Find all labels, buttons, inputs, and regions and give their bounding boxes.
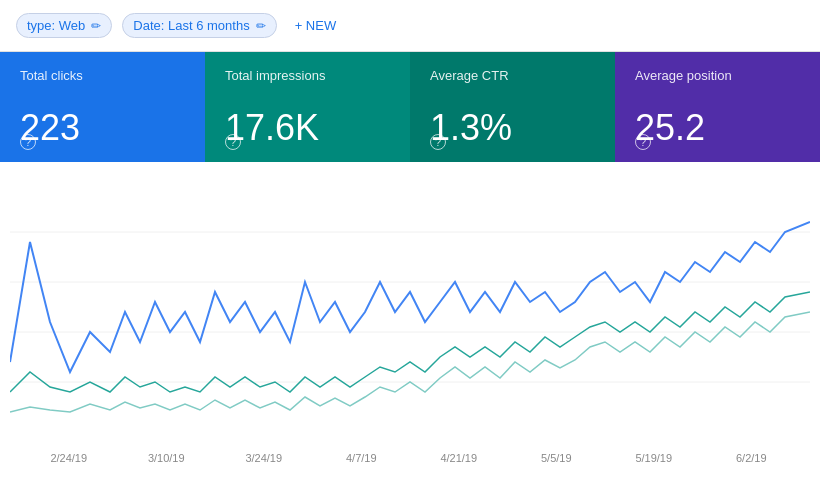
line-chart [10, 182, 810, 442]
x-axis-labels: 2/24/19 3/10/19 3/24/19 4/7/19 4/21/19 5… [10, 446, 810, 464]
clicks-help-icon[interactable]: ? [20, 134, 36, 150]
metric-position[interactable]: Average position 25.2 ? [615, 52, 820, 162]
metric-impressions[interactable]: Total impressions 17.6K ? [205, 52, 410, 162]
ctr-label: Average CTR [430, 68, 595, 83]
impressions-label: Total impressions [225, 68, 390, 83]
x-label-5: 4/21/19 [410, 452, 508, 464]
clicks-line [10, 222, 810, 372]
edit-icon: ✏ [91, 19, 101, 33]
date-filter-label: Date: Last 6 months [133, 18, 249, 33]
position-help-icon[interactable]: ? [635, 134, 651, 150]
type-filter-chip[interactable]: type: Web ✏ [16, 13, 112, 38]
top-bar: type: Web ✏ Date: Last 6 months ✏ + NEW [0, 0, 820, 52]
metrics-row: Total clicks 223 ? Total impressions 17.… [0, 52, 820, 162]
new-button-label: + NEW [295, 18, 337, 33]
x-label-6: 5/5/19 [508, 452, 606, 464]
date-filter-chip[interactable]: Date: Last 6 months ✏ [122, 13, 276, 38]
ctr-help-icon[interactable]: ? [430, 134, 446, 150]
ctr-value: 1.3% [430, 110, 595, 146]
x-label-3: 3/24/19 [215, 452, 313, 464]
x-label-4: 4/7/19 [313, 452, 411, 464]
x-label-8: 6/2/19 [703, 452, 801, 464]
metric-clicks[interactable]: Total clicks 223 ? [0, 52, 205, 162]
clicks-value: 223 [20, 110, 185, 146]
position-value: 25.2 [635, 110, 800, 146]
clicks-label: Total clicks [20, 68, 185, 83]
x-label-7: 5/19/19 [605, 452, 703, 464]
position-label: Average position [635, 68, 800, 83]
x-label-1: 2/24/19 [20, 452, 118, 464]
metric-ctr[interactable]: Average CTR 1.3% ? [410, 52, 615, 162]
impressions-help-icon[interactable]: ? [225, 134, 241, 150]
impressions-value: 17.6K [225, 110, 390, 146]
main-content: Total clicks 223 ? Total impressions 17.… [0, 52, 820, 500]
impressions-line [10, 292, 810, 392]
chart-area: 2/24/19 3/10/19 3/24/19 4/7/19 4/21/19 5… [0, 162, 820, 500]
x-label-2: 3/10/19 [118, 452, 216, 464]
edit-icon-date: ✏ [256, 19, 266, 33]
new-button[interactable]: + NEW [287, 14, 345, 37]
type-filter-label: type: Web [27, 18, 85, 33]
